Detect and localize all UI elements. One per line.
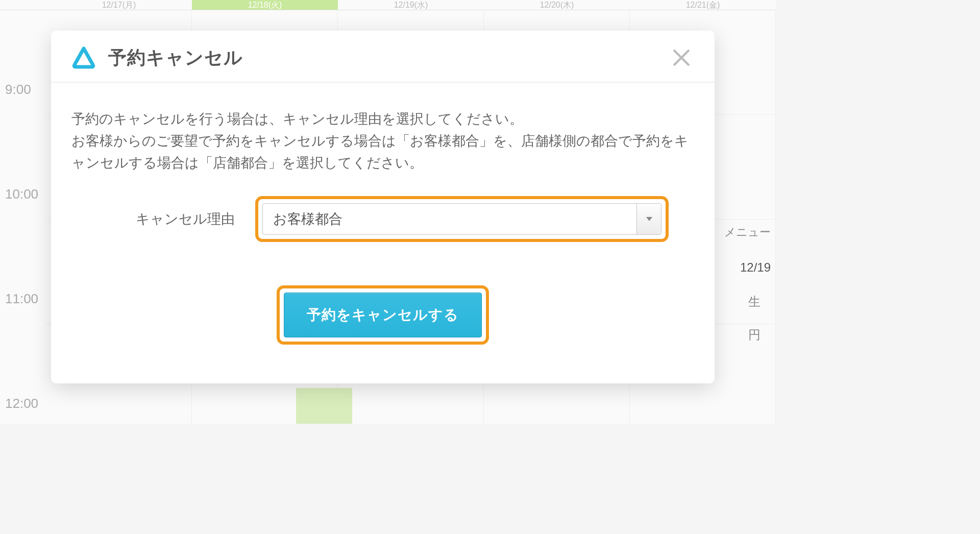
cancel-reservation-button[interactable]: 予約をキャンセルする [284, 293, 482, 337]
time-label: 12:00 [0, 324, 46, 424]
reason-select-highlight: お客様都合 [255, 196, 669, 242]
calendar-header-cell: 12/21(金) [630, 0, 776, 10]
cancel-reservation-modal: 予約キャンセル 予約のキャンセルを行う場合は、キャンセル理由を選択してください。… [51, 31, 715, 383]
close-button[interactable] [669, 45, 694, 70]
reason-form-row: キャンセル理由 お客様都合 [71, 196, 694, 242]
time-label: 11:00 [0, 220, 46, 324]
submit-row: 予約をキャンセルする [71, 285, 694, 363]
calendar-header-row: 12/17(月) 12/18(火) 12/19(水) 12/20(木) 12/2… [0, 0, 776, 10]
brand-triangle-icon [71, 46, 96, 69]
calendar-event-block [296, 388, 352, 424]
modal-title-wrap: 予約キャンセル [71, 45, 243, 70]
calendar-header-cell-active: 12/18(火) [192, 0, 338, 10]
calendar-header-cell: 12/19(水) [338, 0, 484, 10]
submit-highlight: 予約をキャンセルする [277, 285, 489, 345]
instruction-text: 予約のキャンセルを行う場合は、キャンセル理由を選択してください。お客様からのご要… [71, 108, 694, 175]
calendar-header-cell: 12/20(木) [484, 0, 630, 10]
side-text-yen: 円 [748, 327, 761, 343]
side-date: 12/19 [740, 260, 771, 275]
modal-header: 予約キャンセル [51, 31, 715, 83]
reason-select[interactable]: お客様都合 [262, 203, 662, 235]
time-label: 10:00 [0, 115, 46, 220]
time-column: 9:00 10:00 11:00 12:00 [0, 10, 46, 424]
chevron-down-icon [636, 204, 661, 234]
modal-title: 予約キャンセル [108, 45, 243, 70]
reason-label: キャンセル理由 [71, 210, 235, 228]
svg-marker-2 [646, 217, 652, 221]
side-text-sei: 生 [748, 294, 761, 310]
modal-body: 予約のキャンセルを行う場合は、キャンセル理由を選択してください。お客様からのご要… [51, 83, 715, 383]
calendar-header-cell: 12/17(月) [46, 0, 192, 10]
time-label: 9:00 [0, 10, 46, 115]
reason-select-value: お客様都合 [263, 210, 636, 228]
close-icon [672, 48, 691, 67]
side-menu-label: メニュー [724, 225, 771, 240]
